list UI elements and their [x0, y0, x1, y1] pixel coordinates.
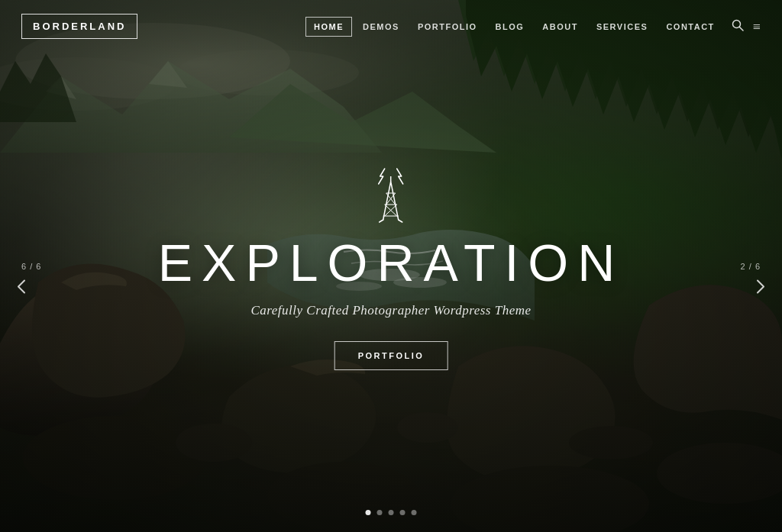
navbar: BORDERLAND HOME DEMOS PORTFOLIO BLOG ABO…	[0, 0, 782, 53]
svg-line-27	[380, 220, 383, 222]
slide-dot-4[interactable]	[400, 510, 406, 515]
nav-demos[interactable]: DEMOS	[355, 18, 407, 36]
slide-dot-3[interactable]	[389, 510, 394, 515]
slide-counter-left: 6 / 6	[21, 262, 41, 271]
nav-services[interactable]: SERVICES	[589, 18, 655, 36]
nav-contact[interactable]: CONTACT	[658, 18, 722, 36]
slide-dots	[366, 510, 417, 515]
next-slide-button[interactable]	[756, 279, 765, 298]
hero-content: EXPLORATION Carefully Crafted Photograph…	[158, 163, 625, 370]
svg-line-18	[739, 27, 743, 31]
svg-line-28	[399, 220, 402, 222]
nav-links: HOME DEMOS PORTFOLIO BLOG ABOUT SERVICES…	[305, 17, 761, 37]
logo[interactable]: BORDERLAND	[21, 14, 137, 39]
nav-icons: ≡	[732, 19, 761, 34]
hero-title: EXPLORATION	[158, 233, 625, 292]
nav-blog[interactable]: BLOG	[488, 18, 532, 36]
slide-dot-1[interactable]	[366, 510, 371, 515]
nav-about[interactable]: ABOUT	[535, 18, 586, 36]
menu-icon[interactable]: ≡	[753, 20, 761, 34]
portfolio-button[interactable]: PORTFOLIO	[334, 341, 448, 370]
hero-section: BORDERLAND HOME DEMOS PORTFOLIO BLOG ABO…	[0, 0, 782, 532]
slide-dot-2[interactable]	[377, 510, 383, 515]
prev-slide-button[interactable]	[17, 279, 26, 298]
slide-counter-right: 2 / 6	[741, 262, 761, 271]
nav-portfolio[interactable]: PORTFOLIO	[410, 18, 485, 36]
tower-icon	[368, 163, 414, 224]
search-icon[interactable]	[732, 19, 744, 34]
slide-dot-5[interactable]	[412, 510, 417, 515]
hero-subtitle: Carefully Crafted Photographer Wordpress…	[158, 303, 625, 318]
nav-home[interactable]: HOME	[305, 17, 352, 37]
